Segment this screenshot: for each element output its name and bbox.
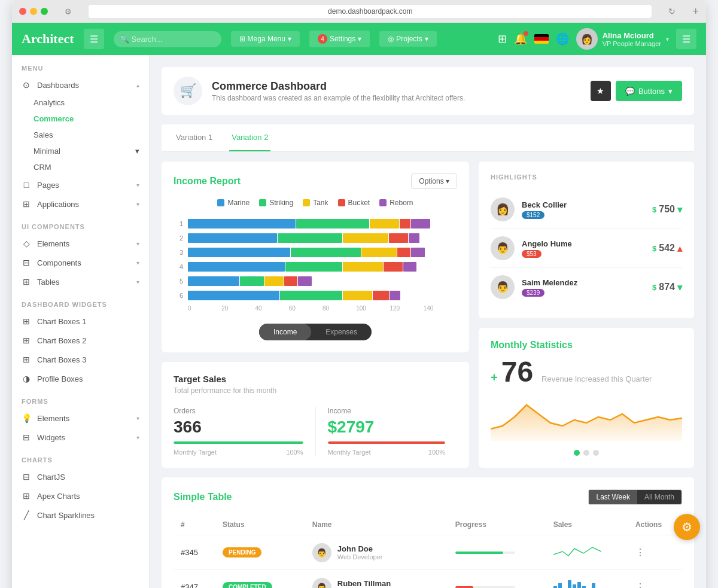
legend-dot-marine [217, 199, 224, 206]
income-report-title: Income Report [174, 176, 241, 187]
options-button[interactable]: Options ▾ [411, 173, 457, 189]
profile-boxes-icon: ◑ [22, 374, 31, 383]
orders-value: 366 [174, 418, 303, 437]
row-action-menu[interactable]: ⋮ [635, 547, 645, 557]
user-menu[interactable]: 👩 Alina Mclourd VP People Manager ▾ [576, 28, 669, 50]
orders-progress-bar [174, 441, 303, 444]
sidebar-sub-analytics[interactable]: Analytics [12, 95, 149, 111]
chart-boxes-3-icon: ⊞ [22, 355, 31, 364]
new-tab-button[interactable]: + [692, 5, 699, 18]
income-toggle-btn[interactable]: Income [259, 324, 311, 340]
row-person: 👨 Ruben Tillman Etiam sit amet orci eget [305, 570, 448, 589]
bell-icon[interactable]: 🔔 [514, 32, 527, 45]
minimize-button[interactable] [30, 8, 37, 15]
buttons-dropdown[interactable]: 💬 Buttons ▾ [616, 81, 682, 101]
stats-number-row: + 76 Revenue Increased this Quarter [491, 355, 682, 388]
projects-button[interactable]: ◎ Projects ▾ [379, 31, 436, 47]
sidebar-sub-minimal[interactable]: Minimal ▾ [12, 143, 149, 159]
sidebar-item-chart-sparklines[interactable]: ╱ Chart Sparklines [12, 505, 149, 525]
col-id: # [174, 514, 215, 535]
income-report-header: Income Report Options ▾ [174, 173, 457, 189]
components-icon: ⊟ [22, 258, 31, 267]
menu-icon[interactable]: ☰ [676, 29, 696, 49]
search-input[interactable] [114, 31, 221, 47]
sidebar-item-apex-charts[interactable]: ⊞ Apex Charts [12, 486, 149, 505]
filter-button-group: Last Week All Month [588, 489, 682, 505]
orders-label: Orders [174, 407, 303, 415]
favorite-button[interactable]: ★ [591, 81, 611, 101]
sidebar-item-chart-boxes-1[interactable]: ⊞ Chart Boxes 1 [12, 312, 149, 331]
settings-fab[interactable]: ⚙ [674, 514, 700, 540]
carousel-dot-2[interactable] [583, 450, 589, 456]
chartjs-icon: ⊟ [22, 472, 31, 482]
sidebar-item-chartjs[interactable]: ⊟ ChartJS [12, 467, 149, 486]
close-button[interactable] [19, 8, 26, 15]
legend-dot-tank [303, 199, 310, 206]
sidebar-item-applications[interactable]: ⊞ Applications ▾ [12, 194, 149, 214]
page-title: Commerce Dashboard [212, 80, 465, 93]
expenses-toggle-btn[interactable]: Expenses [311, 324, 372, 340]
sidebar-sub-commerce[interactable]: Commerce [12, 111, 149, 127]
col-progress: Progress [448, 514, 546, 535]
page-subtitle: This dashboard was created as an example… [212, 94, 465, 102]
highlight-info-saim: Saim Melendez $239 [522, 278, 645, 297]
bar-row-5: 5 [174, 276, 457, 286]
sidebar-item-tables[interactable]: ⊞ Tables ▾ [12, 272, 149, 291]
page-actions: ★ 💬 Buttons ▾ [591, 81, 682, 101]
chevron-down-icon: ▾ [136, 201, 139, 208]
carousel-dot-1[interactable] [574, 450, 580, 456]
sidebar-item-forms-elements[interactable]: 💡 Elements ▾ [12, 409, 149, 428]
person-avatar: 👨 [312, 543, 331, 562]
bar-row-4: 4 [174, 262, 457, 272]
down-arrow-icon: ▾ [677, 282, 682, 293]
hamburger-menu[interactable]: ☰ [84, 29, 104, 49]
stats-description: Revenue Increased this Quarter [541, 374, 652, 383]
target-sales-card: Target Sales Total performance for this … [162, 362, 469, 468]
grid-icon[interactable]: ⊞ [498, 32, 507, 45]
sidebar-item-pages[interactable]: □ Pages ▾ [12, 175, 149, 194]
all-month-filter[interactable]: All Month [637, 490, 682, 504]
main-layout: MENU ⊙ Dashboards ▴ Analytics Commerce S… [12, 55, 706, 588]
address-bar[interactable]: demo.dashboardpack.com [89, 5, 652, 18]
sidebar-item-elements[interactable]: ◇ Elements ▾ [12, 234, 149, 253]
tab-variation-2[interactable]: Variation 2 [229, 124, 270, 151]
x-axis: 0 20 40 60 80 100 120 140 [174, 305, 457, 312]
content-grid: Income Report Options ▾ Marine Strik [162, 162, 694, 468]
mega-menu-button[interactable]: ⊞ Mega Menu ▾ [231, 31, 300, 47]
income-progress-bar [328, 441, 446, 444]
chevron-down-icon: ▾ [135, 147, 139, 156]
sidebar-item-chart-boxes-3[interactable]: ⊞ Chart Boxes 3 [12, 350, 149, 369]
tab-variation-1[interactable]: Variation 1 [174, 124, 215, 151]
sidebar-sub-crm[interactable]: CRM [12, 159, 149, 175]
chevron-down-icon: ▾ [425, 35, 428, 43]
sidebar-item-profile-boxes[interactable]: ◑ Profile Boxes [12, 369, 149, 388]
row-action-menu[interactable]: ⋮ [635, 582, 645, 588]
window-controls [19, 8, 48, 15]
monthly-stats-title: Monthly Statistics [491, 340, 682, 351]
carousel-dot-3[interactable] [593, 450, 599, 456]
carousel-dots [491, 450, 682, 456]
sidebar-item-chart-boxes-2[interactable]: ⊞ Chart Boxes 2 [12, 331, 149, 350]
sidebar-sub-sales[interactable]: Sales [12, 127, 149, 143]
right-column: HIGHLIGHTS 👩 Beck Collier $152 $ 750 ▾ [479, 162, 694, 468]
target-sales-subtitle: Total performance for this month [174, 386, 457, 395]
sidebar-item-components[interactable]: ⊟ Components ▾ [12, 253, 149, 272]
maximize-button[interactable] [41, 8, 48, 15]
last-week-filter[interactable]: Last Week [589, 490, 637, 504]
sidebar-item-dashboards[interactable]: ⊙ Dashboards ▴ [12, 75, 149, 95]
row-person: 👨 John Doe Web Developer [305, 535, 448, 570]
table-row: #347 COMPLETED 👨 Ruben Tillman Etiam sit… [174, 570, 682, 589]
sidebar-item-forms-widgets[interactable]: ⊟ Widgets ▾ [12, 428, 149, 447]
svg-rect-1 [558, 583, 562, 588]
left-column: Income Report Options ▾ Marine Strik [162, 162, 469, 468]
globe-icon[interactable]: 🌐 [556, 32, 569, 45]
simple-table-card: Simple Table Last Week All Month # Statu… [162, 477, 694, 588]
language-flag[interactable] [534, 34, 549, 44]
highlight-amount-saim: $ 874 ▾ [652, 282, 682, 293]
settings-button[interactable]: 4 Settings ▾ [309, 31, 370, 47]
avatar-angelo: 👨 [491, 236, 515, 260]
sales-sparkline [553, 543, 601, 560]
income-report-card: Income Report Options ▾ Marine Strik [162, 162, 469, 352]
search-icon: 🔍 [120, 35, 129, 44]
reload-icon[interactable]: ↻ [668, 7, 676, 16]
